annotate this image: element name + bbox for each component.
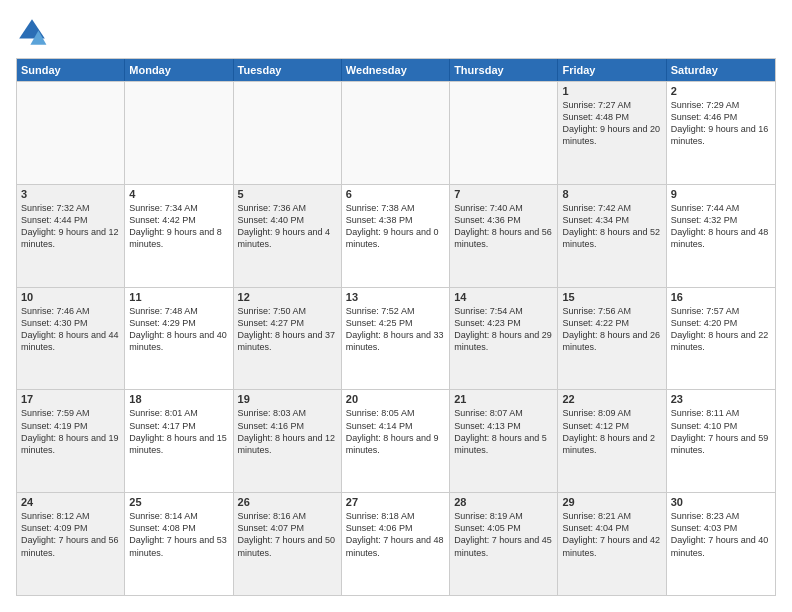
day-number: 10 [21,291,120,303]
cell-info: Sunrise: 8:19 AM Sunset: 4:05 PM Dayligh… [454,510,553,559]
day-number: 4 [129,188,228,200]
day-number: 1 [562,85,661,97]
day-number: 5 [238,188,337,200]
calendar-cell: 28Sunrise: 8:19 AM Sunset: 4:05 PM Dayli… [450,493,558,595]
day-number: 3 [21,188,120,200]
day-number: 8 [562,188,661,200]
cell-info: Sunrise: 7:59 AM Sunset: 4:19 PM Dayligh… [21,407,120,456]
cell-info: Sunrise: 8:05 AM Sunset: 4:14 PM Dayligh… [346,407,445,456]
day-number: 17 [21,393,120,405]
header-day-monday: Monday [125,59,233,81]
calendar-cell: 12Sunrise: 7:50 AM Sunset: 4:27 PM Dayli… [234,288,342,390]
day-number: 30 [671,496,771,508]
header [16,16,776,48]
cell-info: Sunrise: 7:44 AM Sunset: 4:32 PM Dayligh… [671,202,771,251]
cell-info: Sunrise: 8:12 AM Sunset: 4:09 PM Dayligh… [21,510,120,559]
day-number: 12 [238,291,337,303]
cell-info: Sunrise: 7:32 AM Sunset: 4:44 PM Dayligh… [21,202,120,251]
calendar-cell: 2Sunrise: 7:29 AM Sunset: 4:46 PM Daylig… [667,82,775,184]
calendar-cell: 3Sunrise: 7:32 AM Sunset: 4:44 PM Daylig… [17,185,125,287]
cell-info: Sunrise: 7:48 AM Sunset: 4:29 PM Dayligh… [129,305,228,354]
calendar-row-4: 24Sunrise: 8:12 AM Sunset: 4:09 PM Dayli… [17,492,775,595]
day-number: 22 [562,393,661,405]
day-number: 7 [454,188,553,200]
cell-info: Sunrise: 8:03 AM Sunset: 4:16 PM Dayligh… [238,407,337,456]
calendar-cell: 16Sunrise: 7:57 AM Sunset: 4:20 PM Dayli… [667,288,775,390]
day-number: 23 [671,393,771,405]
cell-info: Sunrise: 8:21 AM Sunset: 4:04 PM Dayligh… [562,510,661,559]
cell-info: Sunrise: 8:23 AM Sunset: 4:03 PM Dayligh… [671,510,771,559]
calendar-header: SundayMondayTuesdayWednesdayThursdayFrid… [17,59,775,81]
calendar-cell: 18Sunrise: 8:01 AM Sunset: 4:17 PM Dayli… [125,390,233,492]
header-day-friday: Friday [558,59,666,81]
calendar-cell: 9Sunrise: 7:44 AM Sunset: 4:32 PM Daylig… [667,185,775,287]
cell-info: Sunrise: 7:56 AM Sunset: 4:22 PM Dayligh… [562,305,661,354]
calendar-cell: 27Sunrise: 8:18 AM Sunset: 4:06 PM Dayli… [342,493,450,595]
day-number: 25 [129,496,228,508]
calendar-cell [17,82,125,184]
cell-info: Sunrise: 7:38 AM Sunset: 4:38 PM Dayligh… [346,202,445,251]
day-number: 11 [129,291,228,303]
day-number: 20 [346,393,445,405]
day-number: 24 [21,496,120,508]
calendar-cell: 29Sunrise: 8:21 AM Sunset: 4:04 PM Dayli… [558,493,666,595]
calendar-row-3: 17Sunrise: 7:59 AM Sunset: 4:19 PM Dayli… [17,389,775,492]
cell-info: Sunrise: 7:52 AM Sunset: 4:25 PM Dayligh… [346,305,445,354]
day-number: 13 [346,291,445,303]
header-day-wednesday: Wednesday [342,59,450,81]
cell-info: Sunrise: 8:07 AM Sunset: 4:13 PM Dayligh… [454,407,553,456]
logo [16,16,52,48]
calendar-cell: 8Sunrise: 7:42 AM Sunset: 4:34 PM Daylig… [558,185,666,287]
day-number: 16 [671,291,771,303]
day-number: 14 [454,291,553,303]
calendar-body: 1Sunrise: 7:27 AM Sunset: 4:48 PM Daylig… [17,81,775,595]
cell-info: Sunrise: 7:36 AM Sunset: 4:40 PM Dayligh… [238,202,337,251]
calendar-cell: 20Sunrise: 8:05 AM Sunset: 4:14 PM Dayli… [342,390,450,492]
calendar-cell: 25Sunrise: 8:14 AM Sunset: 4:08 PM Dayli… [125,493,233,595]
calendar: SundayMondayTuesdayWednesdayThursdayFrid… [16,58,776,596]
cell-info: Sunrise: 8:11 AM Sunset: 4:10 PM Dayligh… [671,407,771,456]
header-day-saturday: Saturday [667,59,775,81]
calendar-row-0: 1Sunrise: 7:27 AM Sunset: 4:48 PM Daylig… [17,81,775,184]
calendar-cell: 19Sunrise: 8:03 AM Sunset: 4:16 PM Dayli… [234,390,342,492]
header-day-thursday: Thursday [450,59,558,81]
calendar-cell: 30Sunrise: 8:23 AM Sunset: 4:03 PM Dayli… [667,493,775,595]
calendar-cell [450,82,558,184]
day-number: 6 [346,188,445,200]
day-number: 27 [346,496,445,508]
page: SundayMondayTuesdayWednesdayThursdayFrid… [0,0,792,612]
calendar-cell: 26Sunrise: 8:16 AM Sunset: 4:07 PM Dayli… [234,493,342,595]
cell-info: Sunrise: 8:18 AM Sunset: 4:06 PM Dayligh… [346,510,445,559]
calendar-row-1: 3Sunrise: 7:32 AM Sunset: 4:44 PM Daylig… [17,184,775,287]
day-number: 15 [562,291,661,303]
day-number: 2 [671,85,771,97]
cell-info: Sunrise: 7:54 AM Sunset: 4:23 PM Dayligh… [454,305,553,354]
calendar-cell: 4Sunrise: 7:34 AM Sunset: 4:42 PM Daylig… [125,185,233,287]
cell-info: Sunrise: 7:50 AM Sunset: 4:27 PM Dayligh… [238,305,337,354]
cell-info: Sunrise: 7:27 AM Sunset: 4:48 PM Dayligh… [562,99,661,148]
cell-info: Sunrise: 7:34 AM Sunset: 4:42 PM Dayligh… [129,202,228,251]
day-number: 29 [562,496,661,508]
calendar-cell: 1Sunrise: 7:27 AM Sunset: 4:48 PM Daylig… [558,82,666,184]
calendar-cell: 21Sunrise: 8:07 AM Sunset: 4:13 PM Dayli… [450,390,558,492]
calendar-cell: 23Sunrise: 8:11 AM Sunset: 4:10 PM Dayli… [667,390,775,492]
day-number: 26 [238,496,337,508]
day-number: 9 [671,188,771,200]
day-number: 19 [238,393,337,405]
calendar-cell: 5Sunrise: 7:36 AM Sunset: 4:40 PM Daylig… [234,185,342,287]
cell-info: Sunrise: 7:29 AM Sunset: 4:46 PM Dayligh… [671,99,771,148]
logo-icon [16,16,48,48]
calendar-cell [234,82,342,184]
day-number: 28 [454,496,553,508]
header-day-sunday: Sunday [17,59,125,81]
cell-info: Sunrise: 8:14 AM Sunset: 4:08 PM Dayligh… [129,510,228,559]
calendar-cell: 24Sunrise: 8:12 AM Sunset: 4:09 PM Dayli… [17,493,125,595]
calendar-cell: 13Sunrise: 7:52 AM Sunset: 4:25 PM Dayli… [342,288,450,390]
day-number: 21 [454,393,553,405]
calendar-cell: 6Sunrise: 7:38 AM Sunset: 4:38 PM Daylig… [342,185,450,287]
calendar-cell: 7Sunrise: 7:40 AM Sunset: 4:36 PM Daylig… [450,185,558,287]
cell-info: Sunrise: 8:16 AM Sunset: 4:07 PM Dayligh… [238,510,337,559]
calendar-cell: 14Sunrise: 7:54 AM Sunset: 4:23 PM Dayli… [450,288,558,390]
header-day-tuesday: Tuesday [234,59,342,81]
cell-info: Sunrise: 7:57 AM Sunset: 4:20 PM Dayligh… [671,305,771,354]
